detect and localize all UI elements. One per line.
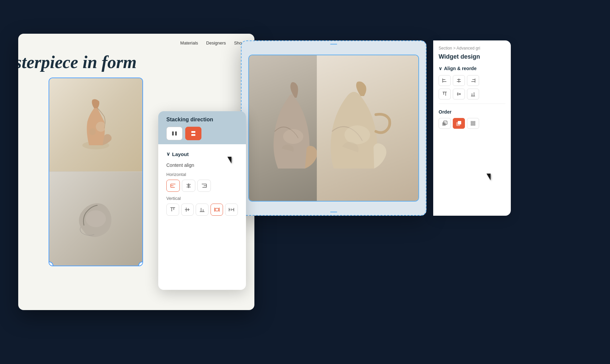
svg-rect-7 <box>191 134 195 136</box>
svg-rect-4 <box>172 131 174 135</box>
page-title: sterpiece in form <box>18 52 137 72</box>
vertical-stack-button[interactable] <box>185 127 201 140</box>
panel-align-right-button[interactable] <box>467 75 479 86</box>
layout-label: Layout <box>172 151 189 157</box>
panel-align-top-button[interactable] <box>439 89 451 99</box>
nav-designers[interactable]: Designers <box>206 40 226 46</box>
layout-section-header[interactable]: ∨ Layout <box>166 151 238 157</box>
image-top <box>49 78 142 172</box>
chevron-down-icon: ∨ <box>166 151 170 157</box>
horizontal-stack-button[interactable] <box>166 127 183 140</box>
svg-rect-64 <box>471 123 473 126</box>
panel-align-vbottom-button[interactable] <box>467 89 479 99</box>
chevron-down-icon-right: ∨ <box>439 66 442 71</box>
stacking-buttons <box>166 127 238 140</box>
svg-point-3 <box>86 210 106 227</box>
align-top-button[interactable] <box>166 204 179 216</box>
svg-point-38 <box>283 129 303 144</box>
align-reorder-label: Align & reorde <box>444 66 476 71</box>
svg-rect-61 <box>458 121 461 124</box>
align-middle-button[interactable] <box>181 204 194 216</box>
stacking-title: Stacking direction <box>166 117 238 123</box>
vertical-label: Vertical <box>166 196 238 201</box>
cursor-right <box>487 174 491 180</box>
svg-point-2 <box>89 128 96 135</box>
breadcrumb: Section > Advanced gri <box>439 46 505 51</box>
align-right-button[interactable] <box>197 180 211 192</box>
widget-design-title: Widget design <box>439 53 505 60</box>
svg-rect-63 <box>473 121 475 123</box>
vertical-align-row <box>166 204 238 216</box>
order-title: Order <box>439 109 505 115</box>
align-row-2 <box>439 89 505 99</box>
right-settings-panel: Section > Advanced gri Widget design ∨ A… <box>433 40 511 216</box>
image-bottom <box>49 172 142 266</box>
order-row <box>439 118 505 129</box>
nav-materials[interactable]: Materials <box>180 40 198 46</box>
svg-rect-5 <box>175 131 177 135</box>
align-reorder-section[interactable]: ∨ Align & reorde <box>439 66 505 71</box>
canvas-image-right <box>317 55 418 201</box>
panel-align-left-button[interactable] <box>439 75 451 86</box>
align-more-button[interactable] <box>225 204 238 216</box>
stacked-images: + + <box>49 78 143 266</box>
svg-rect-65 <box>473 123 475 126</box>
horizontal-align-row <box>166 180 238 192</box>
svg-point-1 <box>96 122 106 132</box>
right-canvas <box>241 40 426 216</box>
align-stretch-button[interactable] <box>211 204 223 216</box>
panel-align-center-button[interactable] <box>453 75 465 86</box>
canvas-inner <box>248 55 419 202</box>
align-bottom-button[interactable] <box>196 204 209 216</box>
stacking-panel: Stacking direction <box>158 111 246 290</box>
horizontal-label: Horizontal <box>166 172 238 177</box>
canvas-bottom-indicator <box>330 212 337 212</box>
divider <box>439 103 505 104</box>
order-all-button[interactable] <box>467 118 479 129</box>
order-front-button[interactable] <box>453 118 465 129</box>
scene: Materials Designers Shop sterpiece in fo… <box>18 20 592 344</box>
svg-rect-31 <box>215 208 219 211</box>
svg-rect-6 <box>191 131 195 133</box>
svg-line-37 <box>231 210 232 211</box>
cursor-left <box>227 157 231 163</box>
svg-rect-58 <box>442 122 446 126</box>
stacking-header: Stacking direction <box>158 111 246 144</box>
panel-align-vmiddle-button[interactable] <box>453 89 465 99</box>
svg-rect-62 <box>471 121 473 123</box>
align-row-1 <box>439 75 505 86</box>
canvas-top-indicator <box>330 44 337 44</box>
svg-point-39 <box>344 125 370 144</box>
align-left-button[interactable] <box>166 180 180 192</box>
left-nav: Materials Designers Shop <box>180 40 244 46</box>
order-back-button[interactable] <box>439 118 451 129</box>
align-center-h-button[interactable] <box>182 180 195 192</box>
